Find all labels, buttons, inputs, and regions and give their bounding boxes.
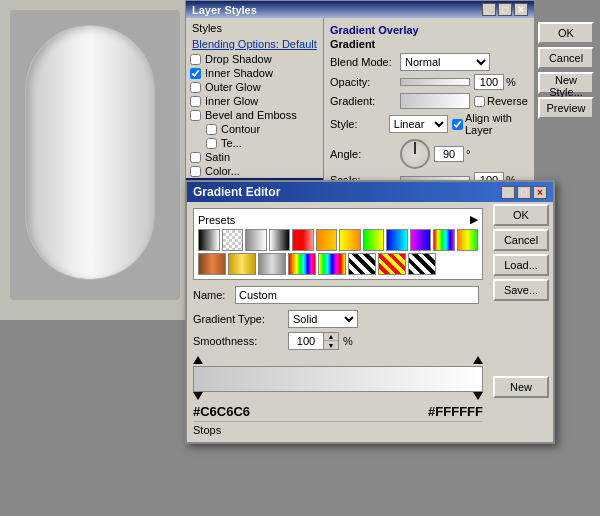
smoothness-input[interactable] xyxy=(289,333,324,349)
blend-mode-label: Blend Mode: xyxy=(330,56,400,68)
style-select[interactable]: Linear xyxy=(389,115,448,133)
preset-grey-fade[interactable] xyxy=(245,229,267,251)
color-overlay-item[interactable]: Color... xyxy=(186,164,323,178)
angle-input[interactable] xyxy=(434,146,464,162)
reverse-label[interactable]: Reverse xyxy=(474,95,528,107)
angle-dial[interactable] xyxy=(400,139,430,169)
opacity-stop-right[interactable] xyxy=(473,356,483,364)
preset-orange[interactable] xyxy=(316,229,338,251)
cancel-button[interactable]: Cancel xyxy=(538,47,594,69)
ge-new-button[interactable]: New xyxy=(493,376,549,398)
gradient-editor-titlebar: Gradient Editor _ □ × xyxy=(187,182,553,202)
color-stop-right[interactable] xyxy=(473,392,483,400)
ge-cancel-button[interactable]: Cancel xyxy=(493,229,549,251)
maximize-button[interactable]: □ xyxy=(498,3,512,16)
gradient-bar[interactable] xyxy=(193,366,483,392)
preset-transparent[interactable] xyxy=(222,229,244,251)
inner-shadow-checkbox[interactable] xyxy=(190,68,201,79)
gradient-type-label: Gradient Type: xyxy=(193,313,288,325)
canvas-area xyxy=(10,10,180,300)
color-stop-left[interactable] xyxy=(193,392,203,400)
smoothness-unit: % xyxy=(343,335,353,347)
outer-glow-item[interactable]: Outer Glow xyxy=(186,80,323,94)
ge-new-button-container: New xyxy=(493,376,549,398)
drop-shadow-checkbox[interactable] xyxy=(190,54,201,65)
smoothness-down[interactable]: ▼ xyxy=(324,341,338,349)
angle-label: Angle: xyxy=(330,148,400,160)
smoothness-up[interactable]: ▲ xyxy=(324,333,338,341)
inner-shadow-item[interactable]: Inner Shadow xyxy=(186,66,323,80)
opacity-input[interactable] xyxy=(474,74,504,90)
ge-save-button[interactable]: Save... xyxy=(493,279,549,301)
opacity-stop-left[interactable] xyxy=(193,356,203,364)
gradient-bar-area xyxy=(193,356,483,402)
presets-label: Presets xyxy=(198,214,235,226)
gradient-preview-swatch[interactable] xyxy=(400,93,470,109)
preset-stripes1[interactable] xyxy=(348,253,376,275)
new-style-button[interactable]: New Style... xyxy=(538,72,594,94)
gradient-name-input[interactable] xyxy=(235,286,479,304)
align-layer-label[interactable]: Align with Layer xyxy=(452,112,528,136)
preset-copper[interactable] xyxy=(198,253,226,275)
presets-section: Presets ▶ xyxy=(193,208,483,280)
reverse-checkbox[interactable] xyxy=(474,96,485,107)
minimize-button[interactable]: _ xyxy=(482,3,496,16)
presets-arrow[interactable]: ▶ xyxy=(470,213,478,226)
drop-shadow-item[interactable]: Drop Shadow xyxy=(186,52,323,66)
ge-action-buttons: OK Cancel Load... Save... xyxy=(493,204,549,301)
blending-options-item[interactable]: Blending Options: Default xyxy=(186,36,323,52)
ok-button[interactable]: OK xyxy=(538,22,594,44)
preset-black-fade[interactable] xyxy=(269,229,291,251)
preset-stripes2[interactable] xyxy=(378,253,406,275)
preset-purple[interactable] xyxy=(410,229,432,251)
angle-unit: ° xyxy=(466,148,470,160)
layer-styles-action-buttons: OK Cancel New Style... Preview xyxy=(534,18,598,123)
blend-mode-select[interactable]: Normal xyxy=(400,53,490,71)
contour-checkbox[interactable] xyxy=(206,124,217,135)
preset-yellow[interactable] xyxy=(339,229,361,251)
opacity-slider[interactable] xyxy=(400,78,470,86)
preset-silver[interactable] xyxy=(258,253,286,275)
preset-rainbow2[interactable] xyxy=(318,253,346,275)
ge-load-button[interactable]: Load... xyxy=(493,254,549,276)
ge-ok-button[interactable]: OK xyxy=(493,204,549,226)
preset-stripes3[interactable] xyxy=(408,253,436,275)
smoothness-label: Smoothness: xyxy=(193,335,288,347)
gradient-type-select[interactable]: Solid xyxy=(288,310,358,328)
color-overlay-checkbox[interactable] xyxy=(190,166,201,177)
layer-styles-titlebar: Layer Styles _ □ × xyxy=(186,1,534,18)
preview-button[interactable]: Preview xyxy=(538,97,594,119)
bevel-emboss-item[interactable]: Bevel and Emboss xyxy=(186,108,323,122)
preset-red[interactable] xyxy=(292,229,314,251)
opacity-label: Opacity: xyxy=(330,76,400,88)
stops-section-label: Stops xyxy=(193,421,483,436)
align-layer-checkbox[interactable] xyxy=(452,119,463,130)
opacity-unit: % xyxy=(506,76,516,88)
capsule-illustration xyxy=(25,25,155,280)
satin-item[interactable]: Satin xyxy=(186,150,323,164)
bevel-emboss-checkbox[interactable] xyxy=(190,110,201,121)
layer-styles-panel: Layer Styles _ □ × Styles Blending Optio… xyxy=(185,0,535,195)
ge-maximize-button[interactable]: □ xyxy=(517,186,531,199)
texture-item[interactable]: Te... xyxy=(186,136,323,150)
preset-multi2[interactable] xyxy=(457,229,479,251)
inner-glow-item[interactable]: Inner Glow xyxy=(186,94,323,108)
preset-multi1[interactable] xyxy=(433,229,455,251)
close-button[interactable]: × xyxy=(514,3,528,16)
color-stop-left-label: #C6C6C6 xyxy=(193,404,250,419)
name-label: Name: xyxy=(193,289,235,301)
gradient-subsection: Gradient xyxy=(330,38,528,50)
gradient-editor-title: Gradient Editor xyxy=(193,185,280,199)
outer-glow-checkbox[interactable] xyxy=(190,82,201,93)
preset-gold[interactable] xyxy=(228,253,256,275)
ge-close-button[interactable]: × xyxy=(533,186,547,199)
preset-blue[interactable] xyxy=(386,229,408,251)
texture-checkbox[interactable] xyxy=(206,138,217,149)
inner-glow-checkbox[interactable] xyxy=(190,96,201,107)
ge-minimize-button[interactable]: _ xyxy=(501,186,515,199)
preset-rainbow1[interactable] xyxy=(288,253,316,275)
preset-green[interactable] xyxy=(363,229,385,251)
contour-item[interactable]: Contour xyxy=(186,122,323,136)
satin-checkbox[interactable] xyxy=(190,152,201,163)
preset-bw[interactable] xyxy=(198,229,220,251)
